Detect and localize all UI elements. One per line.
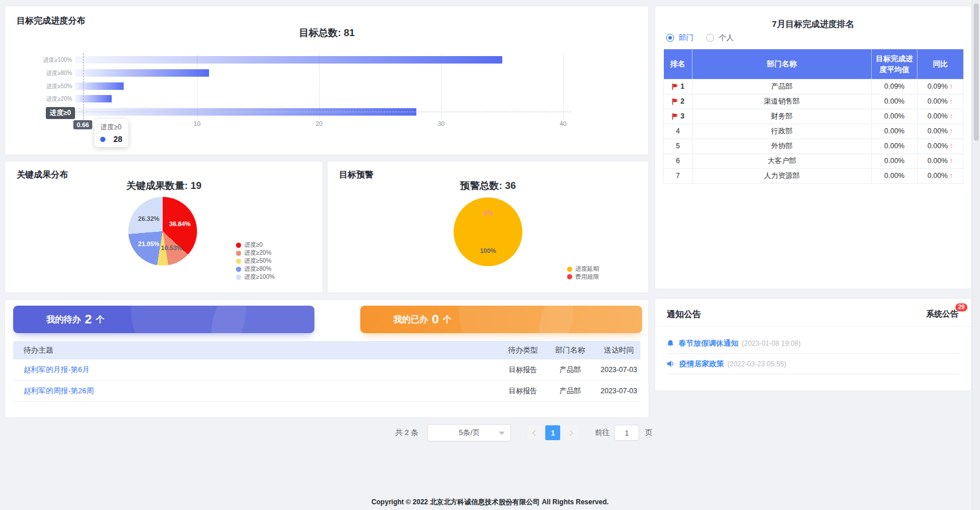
legend-label: 进度≥20% [244, 249, 271, 257]
pie-slice-label: 36.84% [170, 220, 191, 227]
legend-item[interactable]: 进度≥0 [236, 242, 263, 248]
rank-cell: 6 [664, 153, 692, 168]
bar[interactable] [75, 95, 112, 102]
todo-date: 2023-07-03 [597, 387, 640, 395]
trend-up-icon: ↑ [950, 97, 953, 105]
todo-subject-link[interactable]: 赵利军的周报-第26周 [13, 386, 503, 396]
legend-label: 进度≥0 [244, 241, 263, 249]
todo-type: 目标报告 [503, 365, 543, 375]
hovered-category-badge: 进度≥0 [46, 107, 75, 119]
goal_warning-pie[interactable] [454, 197, 522, 266]
pie-slice-label: 21.05% [138, 240, 159, 247]
legend-item[interactable]: 进度≥50% [236, 258, 271, 264]
trend-up-icon: ↑ [950, 82, 953, 90]
page-size-select[interactable]: 5条/页 [427, 424, 511, 441]
goal-progress-panel: 目标完成进度分布 目标总数: 81 10203040进度≥100%进度≥80%进… [5, 6, 648, 155]
next-page-button[interactable] [564, 425, 578, 440]
legend-label: 费用超限 [575, 273, 599, 281]
filter-personal-radio[interactable]: 个人 [706, 33, 734, 43]
dept-cell: 人力资源部 [692, 168, 872, 183]
ranking-table: 排名 部门名称 目标完成进度平均值 同比 1产品部0.09%0.09%↑2渠道销… [663, 49, 963, 184]
legend-dot-icon [236, 243, 241, 248]
bar[interactable] [75, 82, 124, 90]
bar[interactable] [75, 56, 502, 64]
y-axis-label: 进度≥100% [18, 56, 72, 64]
x-tick-label: 10 [187, 120, 207, 127]
goto-page-input[interactable] [614, 425, 639, 441]
y-axis-label: 进度≥50% [18, 82, 72, 90]
dept-cell: 大客户部 [692, 153, 872, 168]
yoy-cell: 0.00%↑ [918, 124, 963, 139]
notice-title: 通知公告 [667, 309, 701, 320]
col-type: 待办类型 [503, 345, 543, 355]
radio-label: 个人 [719, 33, 734, 43]
col-rank: 排名 [664, 49, 692, 79]
todo-dept: 产品部 [543, 386, 597, 396]
pending-count: 2 [85, 312, 92, 327]
legend-item[interactable]: 进度≥100% [236, 274, 275, 280]
y-axis-label: 进度≥80% [18, 69, 72, 77]
pagination-bar: 共 2 条 5条/页 1 前往 页 [395, 424, 652, 441]
page-1-button[interactable]: 1 [545, 425, 560, 440]
scrollbar-thumb[interactable] [974, 3, 979, 141]
avg-cell: 0.00% [872, 94, 918, 109]
scrollbar[interactable] [972, 0, 980, 510]
prev-page-button[interactable] [527, 425, 542, 440]
legend-label: 进度≥100% [244, 273, 275, 281]
todo-type: 目标报告 [503, 386, 543, 396]
key-results-pie-chart[interactable]: 36.84%10.53%21.05%26.32%进度≥0进度≥20%进度≥50%… [5, 161, 322, 292]
todo-dept: 产品部 [543, 365, 597, 375]
bell-icon [667, 339, 674, 347]
ranking-panel: 7月目标完成进度排名 部门 个人 排名 部门名称 目标完成进度平均值 同比 [655, 6, 971, 288]
my-done-button[interactable]: 我的已办 0 个 [360, 306, 642, 333]
todo-date: 2023-07-03 [597, 366, 640, 374]
done-count: 0 [432, 312, 439, 327]
system-announcements-tab[interactable]: 系统公告 29 [926, 309, 958, 319]
goto-label: 前往 [595, 428, 609, 438]
notice-item[interactable]: 疫情居家政策(2022-03-23 05:55) [667, 354, 959, 374]
notice-panel: 通知公告 系统公告 29 春节放假调休通知(2023-01-08 19:08)疫… [655, 299, 971, 390]
yoy-cell: 0.00%↑ [918, 94, 963, 109]
bar[interactable] [75, 69, 209, 77]
todo-table-header: 待办主题 待办类型 部门名称 送达时间 [13, 341, 640, 359]
legend-label: 进度≥50% [244, 257, 271, 265]
todo-row: 赵利军的月报-第6月目标报告产品部2023-07-03 [13, 359, 640, 381]
tooltip-value: 28 [113, 135, 123, 144]
legend-label: 进度≥80% [244, 265, 271, 273]
radio-label: 部门 [679, 33, 694, 43]
col-dept: 部门名称 [692, 49, 872, 79]
flag-icon [671, 83, 679, 90]
axis-pointer-line [83, 53, 84, 125]
total-count-label: 共 2 条 [395, 428, 418, 438]
pie-slice-label: 26.32% [138, 215, 159, 222]
legend-item[interactable]: 进度≥80% [236, 266, 271, 272]
key_results_distribution-pie[interactable] [128, 197, 197, 266]
filter-department-radio[interactable]: 部门 [666, 33, 694, 43]
notice-time: (2023-01-08 19:08) [742, 339, 801, 347]
avg-cell: 0.09% [872, 79, 918, 94]
dept-cell: 行政部 [692, 124, 872, 139]
ranking-row: 5外协部0.00%0.00%↑ [664, 139, 963, 153]
my-pending-button[interactable]: 我的待办 2 个 [13, 306, 314, 333]
rank-cell: 7 [664, 168, 692, 183]
legend-dot-icon [567, 274, 572, 279]
avg-cell: 0.00% [872, 168, 918, 183]
notice-item[interactable]: 春节放假调休通知(2023-01-08 19:08) [667, 333, 959, 354]
legend-item[interactable]: 费用超限 [567, 274, 599, 280]
notice-link[interactable]: 疫情居家政策 [679, 359, 724, 369]
chevron-left-icon [533, 430, 538, 436]
page-suffix-label: 页 [645, 428, 652, 438]
yoy-cell: 0.00%↑ [918, 109, 963, 124]
todo-subject-link[interactable]: 赵利军的月报-第6月 [13, 365, 503, 375]
ranking-row: 6大客户部0.00%0.00%↑ [664, 153, 963, 168]
pending-suffix: 个 [96, 314, 104, 325]
legend-item[interactable]: 进度延期 [567, 266, 599, 272]
legend-item[interactable]: 进度≥20% [236, 250, 271, 256]
goal-warning-pie-chart[interactable]: 100%0%进度延期费用超限 [328, 161, 648, 292]
legend-dot-icon [567, 267, 572, 272]
trend-up-icon: ↑ [950, 127, 953, 135]
chevron-down-icon [499, 432, 505, 435]
avg-cell: 0.00% [872, 153, 918, 168]
dashboard-page: 目标完成进度分布 目标总数: 81 10203040进度≥100%进度≥80%进… [0, 0, 980, 510]
notice-link[interactable]: 春节放假调休通知 [679, 338, 738, 349]
